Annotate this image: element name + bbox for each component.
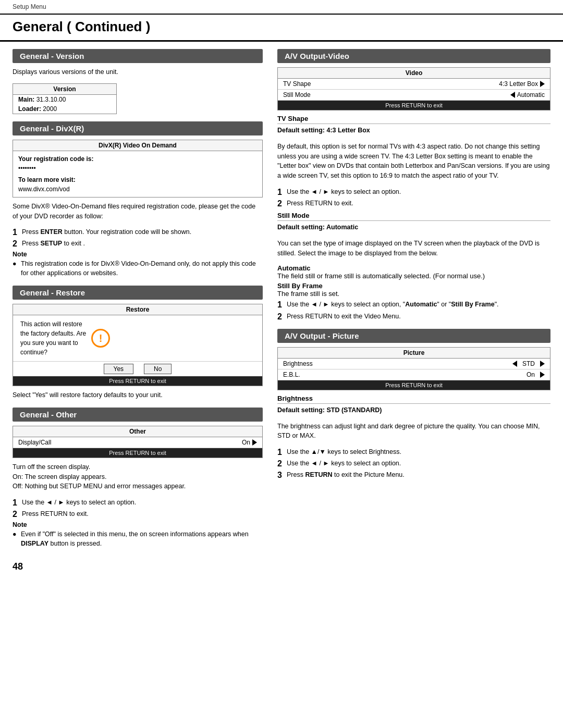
section-header-divxr: General - DivX(R) (13, 121, 263, 135)
section-header-other: General - Other (13, 408, 263, 422)
restore-footer: Press RETURN to exit (13, 376, 262, 386)
still-mode-stillbyframe: Still By Frame The frame still is set. (277, 282, 550, 298)
brightness-arrow-right (540, 361, 545, 367)
other-line-1: Turn off the screen display. (13, 462, 263, 472)
version-loader-label: Loader: (18, 105, 41, 113)
step-num-other-2: 2 (13, 509, 20, 519)
av-video-menu-box: Video TV Shape 4:3 Letter Box Still Mode… (277, 67, 550, 110)
still-mode-default: Default setting: Automatic (277, 223, 550, 232)
other-row-display: Display/Call On (13, 437, 262, 448)
ebl-val-text: On (527, 371, 535, 378)
other-body: Turn off the screen display. On: The scr… (13, 462, 263, 491)
tv-shape-label: TV Shape (283, 80, 311, 88)
right-column: A/V Output-Video Video TV Shape 4:3 Lett… (277, 49, 550, 556)
restore-no-button[interactable]: No (144, 364, 172, 374)
step-text-other-2: Press RETURN to exit. (22, 509, 89, 519)
av-still-mode-row: Still Mode Automatic (278, 90, 550, 101)
step-num-1: 1 (13, 227, 20, 237)
restore-box: Restore This action will restorethe fact… (13, 304, 263, 386)
tv-shape-step-1: 1 Use the ◄ / ► keys to select an option… (277, 187, 550, 197)
step-num-2: 2 (13, 239, 20, 249)
left-column: General - Version Displays various versi… (13, 49, 263, 556)
divx-reg-label: Your registration code is: (18, 154, 257, 164)
step-text-tv-1: Use the ◄ / ► keys to select an option. (287, 187, 401, 197)
still-mode-automatic-label: Automatic (277, 264, 550, 272)
version-row-main: Main: 31.3.10.00 (13, 95, 116, 104)
tv-shape-default-label: Default setting: 4:3 Letter Box (277, 127, 370, 134)
ebl-label: E.B.L. (283, 371, 300, 378)
brightness-value: STD (512, 360, 545, 367)
tv-shape-default: Default setting: 4:3 Letter Box (277, 126, 550, 135)
section-av-video: A/V Output-Video Video TV Shape 4:3 Lett… (277, 49, 550, 322)
step-text-2: Press SETUP to exit . (22, 239, 85, 249)
other-note-1: ● Even if "Off" is selected in this menu… (13, 529, 263, 549)
divx-body-text: Some DivX® Video-On-Demand files require… (13, 202, 263, 221)
section-general-divxr: General - DivX(R) DivX(R) Video On Deman… (13, 121, 263, 278)
version-loader-value: 2000 (43, 105, 57, 113)
av-tv-shape-row: TV Shape 4:3 Letter Box (278, 79, 550, 90)
restore-description: Select "Yes" will restore factory defaul… (13, 390, 263, 400)
divx-box-title: DivX(R) Video On Demand (13, 140, 262, 151)
other-step-2: 2 Press RETURN to exit. (13, 509, 263, 519)
version-table: Version Main: 31.3.10.00 Loader: 2000 (13, 83, 117, 114)
version-table-title: Version (13, 84, 116, 95)
brightness-arrow-left (512, 361, 517, 367)
step-num-tv-2: 2 (277, 199, 285, 208)
still-mode-val-text: Automatic (517, 91, 545, 98)
step-num-other-1: 1 (13, 498, 20, 508)
still-step-1: 1 Use the ◄ / ► keys to select an option… (277, 300, 550, 310)
version-description: Displays various versions of the unit. (13, 67, 263, 77)
ebl-value: On (527, 371, 545, 378)
section-av-picture: A/V Output - Picture Picture Brightness … (277, 329, 550, 480)
bullet-icon: ● (13, 259, 19, 279)
divx-box: DivX(R) Video On Demand Your registratio… (13, 140, 263, 198)
av-picture-footer: Press RETURN to exit (278, 380, 550, 390)
warning-icon: ! (91, 329, 110, 348)
step-num-br-2: 2 (277, 459, 285, 468)
tv-shape-value: 4:3 Letter Box (499, 80, 545, 88)
av-video-footer: Press RETURN to exit (278, 101, 550, 110)
section-header-av-video: A/V Output-Video (277, 49, 550, 63)
brightness-row: Brightness STD (278, 359, 550, 369)
brightness-default: Default setting: STD (STANDARD) (277, 405, 550, 415)
tv-shape-arrow-right (540, 81, 545, 87)
av-picture-menu-box: Picture Brightness STD E.B.L. On (277, 347, 550, 390)
brightness-step-3: 3 Press RETURN to exit the Picture Menu. (277, 470, 550, 480)
tv-shape-val-text: 4:3 Letter Box (499, 80, 538, 88)
page-title: General ( Continued ) (0, 15, 563, 42)
step-num-still-1: 1 (277, 300, 285, 310)
step-num-tv-1: 1 (277, 187, 285, 197)
section-general-other: General - Other Other Display/Call On Pr… (13, 408, 263, 549)
divx-note-label: Note (13, 251, 263, 258)
other-note-text: Even if "Off" is selected in this menu, … (21, 529, 263, 549)
version-row-loader: Loader: 2000 (13, 104, 116, 114)
still-mode-sbf-label: Still By Frame (277, 282, 550, 290)
still-mode-automatic: Automatic The field still or frame still… (277, 264, 550, 280)
brightness-step-2: 2 Use the ◄ / ► keys to select an option… (277, 459, 550, 468)
still-mode-title: Still Mode (277, 212, 550, 221)
divx-box-body: Your registration code is: •••••••• To l… (13, 151, 262, 197)
brightness-title: Brightness (277, 394, 550, 404)
divx-reg-code: •••••••• (18, 164, 257, 173)
still-mode-label: Still Mode (283, 91, 311, 98)
tv-shape-body: By default, this option is set for norma… (277, 142, 550, 181)
still-mode-sbf-desc: The frame still is set. (277, 290, 550, 298)
other-footer: Press RETURN to exit (13, 448, 262, 458)
divx-learn-label: To learn more visit: (18, 175, 257, 184)
restore-yes-button[interactable]: Yes (104, 364, 134, 374)
other-menu-title: Other (13, 426, 262, 437)
other-display-val-text: On (242, 439, 250, 446)
restore-box-body: This action will restorethe factory defa… (13, 315, 262, 362)
top-bar: Setup Menu (0, 0, 563, 15)
step-num-br-3: 3 (277, 470, 285, 480)
step-text-br-1: Use the ▲/▼ keys to select Brightness. (287, 447, 401, 457)
section-header-av-picture: A/V Output - Picture (277, 329, 550, 343)
other-step-1: 1 Use the ◄ / ► keys to select an option… (13, 498, 263, 508)
other-display-label: Display/Call (18, 439, 51, 446)
av-video-menu-title: Video (278, 68, 550, 79)
divx-note-1: ● This registration code is for DivX® Vi… (13, 259, 263, 279)
still-mode-automatic-desc: The field still or frame still is automa… (277, 272, 550, 280)
step-num-br-1: 1 (277, 447, 285, 457)
other-note-label: Note (13, 521, 263, 528)
step-num-still-2: 2 (277, 312, 285, 322)
